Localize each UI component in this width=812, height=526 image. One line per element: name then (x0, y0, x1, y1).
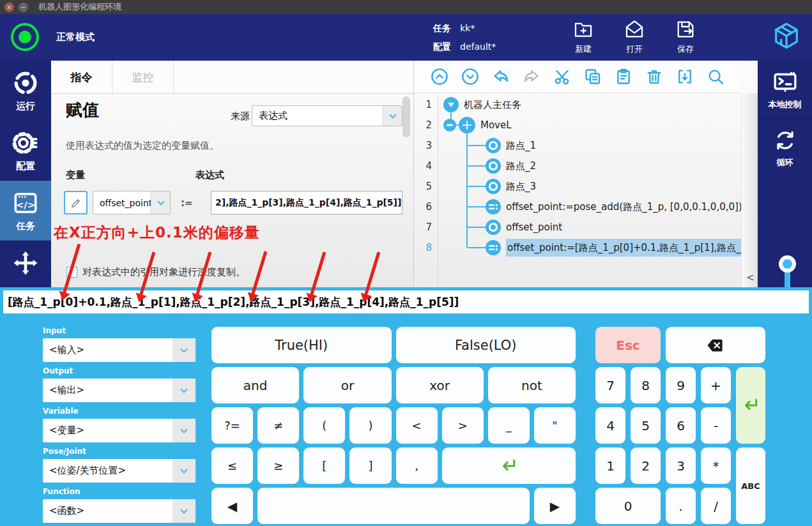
key-7[interactable]: 7 (595, 367, 625, 403)
sidebar-item-loop[interactable]: 循环 (758, 119, 812, 176)
key-underscore[interactable]: _ (488, 407, 530, 444)
program-tree: 1 机器人主任务 2 MoveL 3 路点_1 4 路点_2 5 路点_3 (414, 94, 741, 287)
collapse-icon[interactable] (443, 97, 459, 112)
sidebar-item-run[interactable]: 运行 (0, 61, 51, 121)
expression-bar-input[interactable]: [路点_1_p[0]+0.1,路点_1_p[1],路点_1_p[2],路点_1_… (3, 290, 809, 313)
key-false-lo[interactable]: False(LO) (396, 327, 576, 363)
cut-icon[interactable] (553, 68, 571, 86)
save-button[interactable]: 保存 (664, 19, 707, 55)
tree-row-waypoint-3[interactable]: 5 路点_3 (414, 176, 741, 197)
sidebar-item-task[interactable]: </> 任务 (0, 181, 51, 241)
copy-icon[interactable] (584, 68, 602, 86)
sidebar-item-local-control[interactable]: 本地控制 (758, 61, 812, 119)
key-neq[interactable]: ≠ (257, 407, 299, 444)
chevron-down-icon[interactable] (172, 419, 195, 442)
key-geq[interactable]: ≥ (257, 447, 299, 484)
new-button[interactable]: 新建 (562, 19, 604, 55)
sidebar-item-config[interactable]: 配置 (0, 121, 51, 181)
paste-icon[interactable] (615, 68, 632, 86)
key-rparen[interactable]: ) (349, 407, 391, 444)
variable-select-dropdown[interactable]: <变量> (43, 419, 195, 442)
key-8[interactable]: 8 (631, 367, 661, 403)
key-backspace[interactable] (666, 327, 765, 363)
key-abc[interactable]: ABC (736, 447, 765, 524)
key-cursor-right[interactable]: ▶ (534, 488, 576, 524)
move-up-icon[interactable] (431, 68, 448, 86)
chevron-down-icon[interactable] (172, 499, 195, 523)
minimize-icon[interactable]: − (19, 3, 28, 12)
move-down-icon[interactable] (461, 68, 479, 86)
assign-icon (486, 240, 501, 255)
key-true-hi[interactable]: True(HI) (211, 327, 392, 363)
loop-icon (772, 128, 798, 153)
key-leq[interactable]: ≤ (211, 447, 253, 484)
scrollbar[interactable] (402, 96, 410, 137)
key-and[interactable]: and (211, 367, 299, 403)
edit-variable-button[interactable] (64, 191, 88, 214)
key-4[interactable]: 4 (595, 407, 625, 444)
insert-icon[interactable] (676, 68, 694, 86)
tree-row-assign-pose-add[interactable]: 6 offset_point:=pose_add(路点_1_p, [0,0,0.… (414, 197, 741, 217)
key-not[interactable]: not (488, 367, 576, 403)
key-rbracket[interactable]: ] (349, 447, 391, 484)
key-cursor-left[interactable]: ◀ (211, 488, 253, 524)
key-quote[interactable]: " (534, 407, 576, 444)
expression-input[interactable]: 2],路点_1_p[3],路点_1_p[4],路点_1_p[5]] (211, 191, 402, 214)
delete-icon[interactable] (645, 68, 663, 86)
search-icon[interactable] (707, 68, 724, 86)
key-1[interactable]: 1 (595, 447, 625, 484)
key-lt[interactable]: < (396, 407, 438, 444)
key-slash[interactable]: / (701, 488, 731, 524)
tree-row-waypoint-2[interactable]: 4 路点_2 (414, 156, 741, 176)
collapse-minus-icon[interactable] (443, 119, 456, 132)
tree-row-waypoint-1[interactable]: 3 路点_1 (414, 135, 741, 156)
tab-instruction[interactable]: 指令 (51, 61, 112, 94)
key-comma[interactable]: , (396, 447, 438, 484)
tree-row-movel[interactable]: 2 MoveL (414, 115, 741, 135)
key-6[interactable]: 6 (666, 407, 696, 444)
sidebar-item-move[interactable] (0, 241, 51, 289)
key-0[interactable]: 0 (595, 488, 661, 524)
collapse-panel-handle[interactable]: < (741, 93, 758, 287)
key-space[interactable] (257, 488, 530, 524)
key-3[interactable]: 3 (666, 447, 696, 484)
tree-row-main-task[interactable]: 1 机器人主任务 (414, 94, 741, 115)
title-bar: × − 机器人图形化编程环境 (0, 0, 812, 14)
chevron-down-icon[interactable] (172, 338, 195, 362)
input-dropdown[interactable]: <输入> (43, 338, 195, 362)
key-maybe-eq[interactable]: ?= (211, 407, 253, 444)
chevron-down-icon[interactable] (172, 379, 195, 402)
open-button[interactable]: 打开 (613, 19, 655, 55)
function-dropdown[interactable]: <函数> (43, 499, 195, 523)
source-dropdown[interactable]: 表达式 (252, 105, 402, 126)
speed-slider-knob[interactable] (779, 255, 796, 273)
tree-row-assign-selected[interactable]: 8 offset_point:=[路点_1_p[0]+0.1,路点_1_p[1]… (414, 237, 741, 258)
key-star[interactable]: * (701, 447, 731, 484)
tab-monitor[interactable]: 监控 (112, 61, 174, 94)
key-lbracket[interactable]: [ (303, 447, 345, 484)
chevron-down-icon[interactable] (172, 459, 195, 483)
pose-joint-dropdown[interactable]: <位姿/关节位置> (43, 459, 195, 483)
key-xor[interactable]: xor (396, 367, 484, 403)
key-dot[interactable]: . (666, 488, 696, 524)
variable-dropdown[interactable]: offset_point (93, 191, 171, 214)
key-lparen[interactable]: ( (303, 407, 345, 444)
chevron-down-icon[interactable] (383, 106, 402, 126)
chevron-down-icon[interactable] (151, 192, 170, 214)
expression-label: 表达式 (195, 169, 224, 181)
key-2[interactable]: 2 (631, 447, 661, 484)
key-esc[interactable]: Esc (595, 327, 661, 363)
undo-icon[interactable] (492, 68, 510, 86)
key-enter-wide[interactable] (442, 447, 576, 484)
key-minus[interactable]: - (701, 407, 731, 444)
key-or[interactable]: or (303, 367, 391, 403)
key-plus[interactable]: + (701, 367, 731, 403)
redo-icon[interactable] (523, 68, 540, 86)
key-5[interactable]: 5 (631, 407, 661, 444)
tree-row-offset-point[interactable]: 7 offset_point (414, 217, 741, 237)
key-enter[interactable] (736, 367, 765, 444)
close-icon[interactable]: × (4, 3, 14, 12)
key-gt[interactable]: > (442, 407, 484, 444)
output-dropdown[interactable]: <输出> (43, 379, 195, 402)
key-9[interactable]: 9 (666, 367, 696, 403)
